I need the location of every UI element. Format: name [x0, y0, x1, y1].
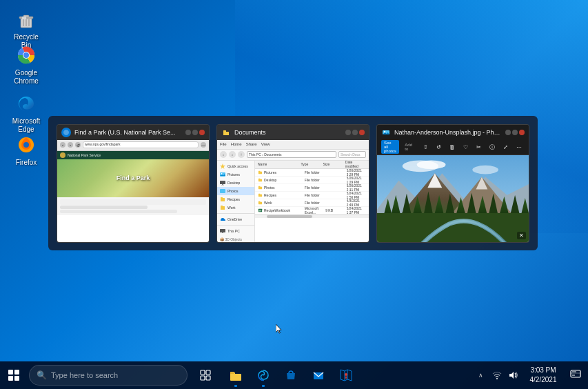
svg-rect-36 — [258, 194, 261, 195]
svg-rect-20 — [222, 184, 223, 185]
svg-rect-73 — [206, 376, 210, 380]
taskbar-mail[interactable] — [305, 361, 332, 389]
edge-taskbar-icon — [257, 369, 270, 381]
more-btn: ⋯ — [201, 142, 206, 148]
svg-rect-27 — [220, 229, 225, 232]
photos-rotate: ↺ — [434, 143, 444, 151]
taskbar-file-explorer[interactable] — [222, 361, 250, 389]
svg-rect-70 — [201, 370, 205, 375]
explorer-scrollbar — [255, 215, 369, 218]
svg-rect-54 — [377, 212, 529, 241]
photos-add-to: Add to — [402, 142, 415, 152]
task-view-overlay: Find a Park (U.S. National Park Se... ─ … — [48, 116, 538, 250]
start-tile-4 — [14, 376, 19, 381]
start-tile-3 — [8, 376, 13, 381]
exp-search: Search Docs — [338, 151, 366, 158]
svg-rect-72 — [201, 376, 205, 380]
sidebar-desktop: Desktop — [217, 179, 254, 187]
browser-titlebar: Find a Park (U.S. National Park Se... ─ … — [57, 125, 209, 140]
svg-rect-26 — [221, 206, 223, 207]
wifi-icon — [492, 370, 502, 380]
svg-marker-69 — [276, 324, 281, 333]
desktop-icon-chrome[interactable]: GoogleChrome — [6, 41, 47, 88]
browser-toolbar: ‹ › ↺ www.nps.gov/findapark ⋯ — [57, 140, 209, 151]
notification-center-button[interactable] — [566, 366, 585, 385]
mail-icon — [312, 369, 325, 381]
volume-icon[interactable] — [507, 368, 520, 382]
browser-win-controls: ─ □ ✕ — [185, 130, 205, 135]
explorer-ribbon: File Home Share View — [217, 140, 369, 150]
explorer-main: Name Type Size Date modified Pictures Fi… — [255, 161, 369, 242]
network-icon[interactable] — [490, 368, 504, 382]
photos-maximize: □ — [512, 130, 518, 135]
taskbar-quick-icons — [192, 361, 219, 389]
col-type: Type — [301, 162, 321, 166]
chrome-icon — [15, 44, 37, 66]
forward-btn: › — [68, 142, 73, 148]
task-view-button[interactable] — [192, 361, 219, 389]
browser-favicon — [61, 128, 71, 137]
taskbar-store[interactable] — [277, 361, 305, 389]
maps-icon — [340, 369, 352, 381]
explorer-body: Quick access Pictures Desktop Photo — [217, 161, 369, 242]
explorer-content: File Home Share View ‹ › ↑ This PC › Doc… — [217, 140, 369, 242]
ribbon-share: Share — [246, 142, 257, 146]
desktop-icon-firefox[interactable]: Firefox — [6, 131, 47, 170]
sidebar-this-pc: This PC — [217, 227, 254, 235]
speaker-icon — [509, 370, 518, 380]
col-name: Name — [258, 162, 299, 166]
photos-titlebar: Nathan-Anderson-Unsplash.jpg - Photos ─ … — [377, 125, 529, 140]
preview-window-explorer[interactable]: Documents ─ □ ✕ File Home Share View ‹ — [216, 124, 369, 243]
taskbar-maps[interactable] — [332, 361, 360, 389]
photos-heart: ♡ — [460, 143, 471, 151]
ribbon-home: Home — [231, 142, 242, 146]
edge-icon — [15, 92, 37, 114]
preview-window-photos[interactable]: Nathan-Anderson-Unsplash.jpg - Photos ─ … — [376, 124, 529, 243]
start-tile-2 — [14, 370, 19, 375]
start-button[interactable] — [0, 361, 28, 389]
explorer-favicon — [221, 128, 231, 137]
explorer-toolbar: ‹ › ↑ This PC › Documents Search Docs — [217, 150, 369, 161]
nps-bottom — [57, 197, 209, 215]
preview-window-browser[interactable]: Find a Park (U.S. National Park Se... ─ … — [57, 124, 210, 243]
svg-point-81 — [345, 373, 347, 376]
system-clock[interactable]: 3:03 PM 4/2/2021 — [523, 366, 563, 385]
file-explorer-icon — [230, 369, 242, 381]
taskbar: 🔍 Type here to search — [0, 361, 588, 389]
svg-rect-28 — [222, 232, 223, 233]
close-ctrl: ✕ — [199, 130, 205, 135]
recycle-bin-icon — [15, 8, 37, 30]
nps-hero-text: Find a Park — [116, 174, 150, 181]
exp-maximize: □ — [352, 130, 358, 135]
sidebar-photos: Photos — [217, 187, 254, 195]
svg-rect-19 — [220, 181, 225, 184]
svg-point-12 — [23, 142, 29, 148]
svg-rect-21 — [221, 185, 224, 186]
svg-point-82 — [496, 378, 498, 379]
tray-expand-button[interactable]: ∧ — [474, 368, 487, 382]
nps-hero: Find a Park — [57, 159, 209, 197]
exp-back: ‹ — [220, 151, 227, 158]
sidebar-3d-objects: 📦 3D Objects — [217, 235, 254, 242]
svg-rect-24 — [221, 197, 223, 199]
photos-expand: ⤢ — [500, 143, 511, 151]
refresh-btn: ↺ — [75, 142, 81, 148]
desktop-icon-edge[interactable]: MicrosoftEdge — [6, 90, 47, 137]
exp-forward: › — [229, 151, 236, 158]
notification-icon — [570, 370, 581, 381]
minimize-ctrl: ─ — [185, 130, 191, 135]
svg-point-47 — [417, 160, 446, 169]
photos-title: Nathan-Anderson-Unsplash.jpg - Photos — [394, 129, 502, 136]
svg-rect-6 — [22, 17, 26, 19]
explorer-title: Documents — [234, 129, 342, 136]
system-tray: ∧ 3:03 PM — [474, 366, 588, 385]
taskbar-search[interactable]: 🔍 Type here to search — [29, 365, 187, 386]
svg-rect-30 — [258, 171, 261, 172]
scrollbar-thumb — [267, 215, 312, 218]
nps-logo — [60, 152, 65, 158]
sidebar-pictures: Pictures — [217, 170, 254, 179]
exp-path: This PC › Documents — [247, 151, 336, 158]
clock-time: 3:03 PM — [526, 366, 560, 375]
firefox-icon — [15, 134, 37, 156]
taskbar-edge[interactable] — [250, 361, 277, 389]
